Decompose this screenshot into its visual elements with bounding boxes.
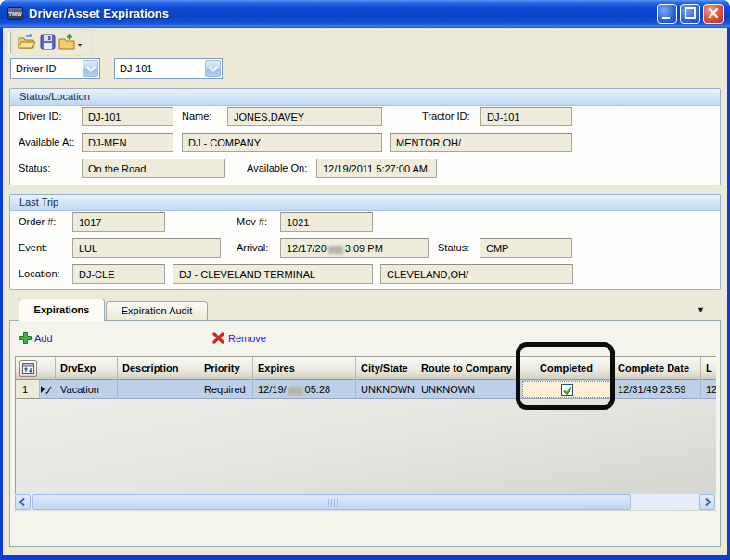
available-at-city-field: MENTOR,OH/ xyxy=(390,133,572,152)
available-at-name-field: DJ - COMPANY xyxy=(182,133,382,152)
arrival-time: 3:09 PM xyxy=(345,243,383,254)
arrival-label: Arrival: xyxy=(237,242,268,253)
add-button[interactable]: Add xyxy=(34,333,53,344)
location-label: Location: xyxy=(19,268,60,279)
tab-list-arrow-icon[interactable]: ▼ xyxy=(697,305,705,314)
order-field: 1017 xyxy=(72,212,165,232)
open-folder-icon xyxy=(17,32,36,52)
location-city-field: CLEVELAND,OH/ xyxy=(380,264,573,284)
tab-expiration-audit[interactable]: Expiration Audit xyxy=(106,301,208,321)
scroll-right-button[interactable] xyxy=(699,494,715,510)
grid-corner-header xyxy=(16,357,56,380)
trip-status-label: Status: xyxy=(438,242,469,253)
mov-label: Mov #: xyxy=(237,216,267,227)
grid-horizontal-scrollbar[interactable] xyxy=(15,494,716,510)
arrival-date: 12/17/20 xyxy=(287,243,327,254)
add-icon xyxy=(19,331,32,345)
maximize-icon xyxy=(681,5,699,23)
remove-icon xyxy=(211,331,225,345)
name-field: JONES,DAVEY xyxy=(227,107,382,126)
event-label: Event: xyxy=(19,242,47,253)
col-header-complete-date[interactable]: Complete Date xyxy=(613,357,701,380)
close-icon xyxy=(704,5,723,23)
driver-id-label: Driver ID: xyxy=(19,110,61,121)
chevron-down-icon[interactable] xyxy=(83,60,98,77)
field-chooser-button[interactable] xyxy=(19,360,37,377)
col-header-last[interactable]: L xyxy=(701,357,716,380)
search-field-combo[interactable]: Driver ID xyxy=(10,58,100,79)
cell-last[interactable]: 12 xyxy=(701,380,716,399)
status-location-header: Status/Location xyxy=(10,89,720,106)
export-folder-icon xyxy=(58,32,77,52)
cell-city-state[interactable]: UNKNOWN xyxy=(356,380,416,399)
tractor-id-label: Tractor ID: xyxy=(422,110,470,121)
col-header-drvexp[interactable]: DrvExp xyxy=(56,357,118,380)
col-header-priority[interactable]: Priority xyxy=(199,357,253,380)
open-button[interactable] xyxy=(17,32,36,52)
col-header-city-state[interactable]: City/State xyxy=(356,357,416,380)
expires-time: 05:28 xyxy=(305,384,331,395)
redacted-text xyxy=(288,387,303,395)
maximize-button[interactable] xyxy=(680,4,700,24)
chevron-left-icon xyxy=(16,495,30,509)
driver-id-field: DJ-101 xyxy=(82,107,173,126)
col-header-expires[interactable]: Expires xyxy=(253,357,356,380)
available-on-field: 12/19/2011 5:27:00 AM xyxy=(316,159,437,178)
field-chooser-icon xyxy=(20,361,36,376)
location-code-field: DJ-CLE xyxy=(72,264,165,284)
tab-expirations[interactable]: Expirations xyxy=(19,299,105,321)
name-label: Name: xyxy=(182,110,211,121)
save-floppy-icon xyxy=(38,32,58,52)
last-trip-header: Last Trip xyxy=(10,195,720,211)
cell-priority[interactable]: Required xyxy=(199,380,253,399)
tractor-id-field: DJ-101 xyxy=(480,107,572,126)
cell-complete-date[interactable]: 12/31/49 23:59 xyxy=(613,380,701,399)
location-name-field: DJ - CLEVELAND TERMINAL xyxy=(173,264,373,284)
available-at-label: Available At: xyxy=(19,136,74,147)
arrival-field: 12/17/203:09 PM xyxy=(280,238,429,258)
available-at-code-field: DJ-MEN xyxy=(82,133,173,152)
chevron-down-icon[interactable] xyxy=(205,60,221,77)
minimize-button[interactable] xyxy=(657,4,677,24)
cell-description[interactable] xyxy=(118,380,199,399)
order-label: Order #: xyxy=(19,216,56,227)
pencil-icon xyxy=(40,384,54,395)
chevron-right-icon xyxy=(700,495,714,509)
available-on-label: Available On: xyxy=(247,162,307,173)
row-selector[interactable]: 1 xyxy=(16,380,40,399)
toolbar-gripper[interactable] xyxy=(8,32,11,53)
close-button[interactable] xyxy=(703,4,724,24)
row-edit-indicator xyxy=(40,380,56,399)
save-button[interactable] xyxy=(38,32,58,52)
trip-status-field: CMP xyxy=(480,238,572,258)
col-header-route[interactable]: Route to Company xyxy=(416,357,520,380)
export-button[interactable] xyxy=(58,32,77,52)
event-field: LUL xyxy=(72,238,221,258)
app-window: TMW Driver/Asset Expirations xyxy=(0,0,730,560)
search-field-value: Driver ID xyxy=(16,63,56,74)
col-header-description[interactable]: Description xyxy=(118,357,199,380)
app-icon: TMW xyxy=(7,7,23,20)
minimize-icon xyxy=(658,5,676,23)
expires-date: 12/19/ xyxy=(258,384,287,395)
driver-id-combo[interactable]: DJ-101 xyxy=(114,58,223,79)
toolbar-overflow-icon[interactable]: ▾ xyxy=(78,41,82,49)
cell-drvexp[interactable]: Vacation xyxy=(56,380,118,399)
scrollbar-thumb[interactable] xyxy=(32,494,631,510)
status-label: Status: xyxy=(19,162,50,173)
completed-annotation-ring xyxy=(516,342,615,410)
mov-field: 1021 xyxy=(280,212,373,232)
title-bar: TMW Driver/Asset Expirations xyxy=(0,0,730,28)
cell-route[interactable]: UNKNOWN xyxy=(416,380,520,399)
status-field: On the Road xyxy=(82,159,225,178)
scroll-left-button[interactable] xyxy=(15,494,31,510)
cell-expires[interactable]: 12/19/05:28 xyxy=(253,380,356,399)
redacted-text xyxy=(328,246,343,254)
window-title: Driver/Asset Expirations xyxy=(29,6,169,20)
driver-id-combo-value: DJ-101 xyxy=(120,63,152,74)
scrollbar-grip xyxy=(328,499,338,507)
remove-button[interactable]: Remove xyxy=(228,333,266,344)
